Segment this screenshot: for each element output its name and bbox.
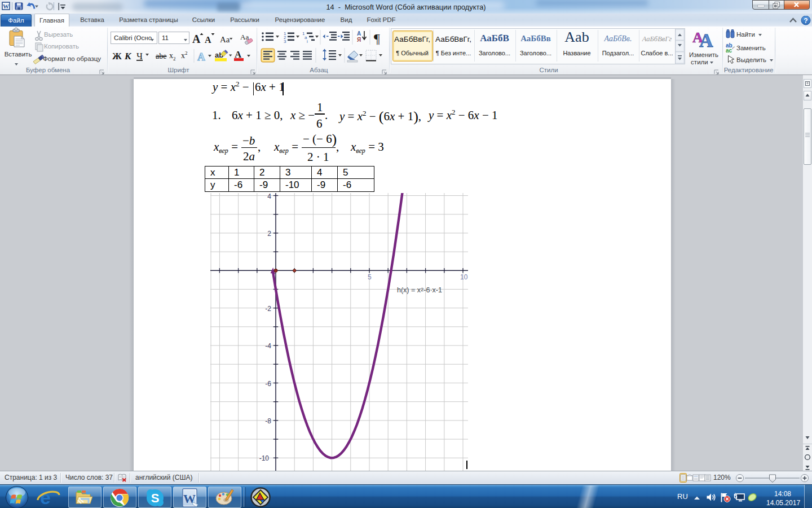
svg-text:-10: -10	[259, 454, 270, 462]
svg-text:Aa: Aa	[220, 35, 230, 44]
svg-text:Я: Я	[357, 37, 361, 43]
svg-text:Ч: Ч	[136, 51, 143, 62]
svg-text:-8: -8	[265, 417, 271, 425]
svg-text:5: 5	[368, 273, 372, 281]
svg-text:x: x	[169, 51, 173, 60]
svg-text:2: 2	[173, 56, 176, 62]
svg-text:x: x	[181, 51, 185, 60]
svg-text:2: 2	[185, 50, 188, 56]
svg-text:4: 4	[267, 193, 271, 200]
svg-text:?: ?	[804, 17, 807, 25]
svg-text:-6: -6	[265, 380, 271, 388]
svg-text:-4: -4	[265, 342, 271, 350]
svg-text:К: К	[124, 51, 132, 62]
svg-text:W: W	[3, 3, 9, 10]
svg-text:A: A	[699, 30, 713, 51]
svg-text:h(x) = x2-6·x-1: h(x) = x2-6·x-1	[397, 286, 442, 294]
svg-text:¶: ¶	[374, 31, 380, 46]
svg-text:abe: abe	[156, 52, 166, 60]
svg-text:А: А	[357, 30, 361, 37]
svg-text:i: i	[307, 39, 308, 44]
svg-text:e: e	[40, 487, 51, 507]
svg-text:Ж: Ж	[112, 51, 122, 62]
svg-text:A: A	[205, 35, 211, 45]
svg-text:2: 2	[267, 230, 271, 238]
svg-text:3: 3	[284, 39, 286, 44]
svg-text:A: A	[197, 51, 205, 63]
svg-text:A: A	[192, 33, 201, 45]
svg-text:-2: -2	[265, 305, 271, 313]
svg-text:10: 10	[460, 273, 468, 281]
svg-text:S: S	[151, 491, 160, 505]
svg-text:ac: ac	[726, 47, 732, 54]
